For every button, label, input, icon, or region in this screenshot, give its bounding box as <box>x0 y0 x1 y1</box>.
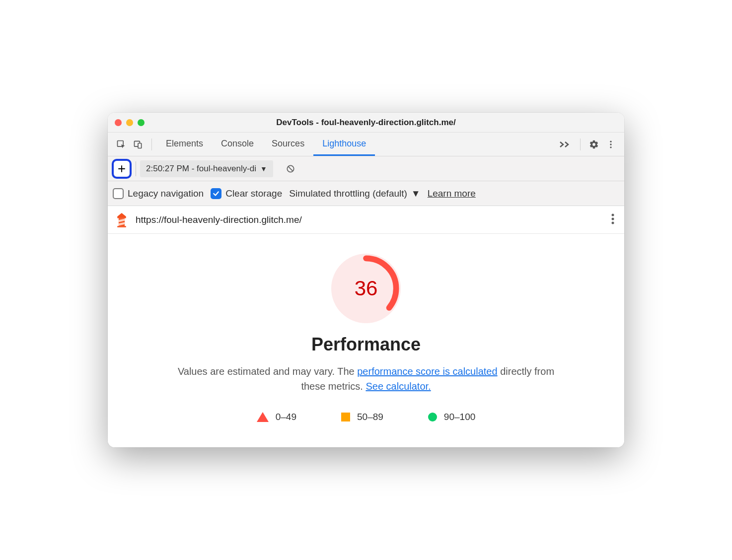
chevron-down-icon: ▼ <box>260 165 267 173</box>
tab-elements[interactable]: Elements <box>157 133 212 156</box>
report-selector[interactable]: 2:50:27 PM - foul-heavenly-di ▼ <box>140 160 273 177</box>
throttling-selector[interactable]: Simulated throttling (default) ▼ <box>289 188 420 199</box>
performance-gauge: 36 <box>331 254 401 323</box>
square-icon <box>341 413 350 421</box>
svg-rect-2 <box>138 143 142 148</box>
settings-icon[interactable] <box>586 136 602 153</box>
device-toggle-icon[interactable] <box>130 136 146 153</box>
toolbar-divider <box>151 139 152 150</box>
lighthouse-options: Legacy navigation Clear storage Simulate… <box>108 181 624 206</box>
legacy-navigation-label: Legacy navigation <box>128 188 204 199</box>
svg-point-11 <box>612 221 614 224</box>
clear-storage-label: Clear storage <box>225 188 282 199</box>
lighthouse-icon <box>115 212 129 228</box>
chevron-down-icon: ▼ <box>411 188 421 199</box>
clear-all-icon[interactable] <box>282 160 299 177</box>
legend-fail: 0–49 <box>257 412 296 422</box>
legend-pass: 90–100 <box>428 412 475 422</box>
throttling-label: Simulated throttling (default) <box>289 188 407 199</box>
svg-point-9 <box>612 213 614 216</box>
score-calculated-link[interactable]: performance score is calculated <box>357 366 497 377</box>
inspect-element-icon[interactable] <box>113 136 130 153</box>
svg-rect-8 <box>117 226 126 227</box>
maximize-window-button[interactable] <box>138 119 145 126</box>
report-url: https://foul-heavenly-direction.glitch.m… <box>136 214 608 225</box>
circle-icon <box>428 413 437 421</box>
divider <box>136 161 136 176</box>
svg-point-5 <box>610 146 611 148</box>
score-legend: 0–49 50–89 90–100 <box>118 412 614 422</box>
performance-title: Performance <box>118 334 614 355</box>
legacy-navigation-option[interactable]: Legacy navigation <box>113 188 204 199</box>
kebab-menu-icon[interactable] <box>602 136 619 153</box>
report-menu-icon[interactable] <box>608 210 617 229</box>
new-report-button[interactable] <box>112 159 132 179</box>
triangle-icon <box>257 412 269 422</box>
lighthouse-report: 36 Performance Values are estimated and … <box>108 234 624 447</box>
svg-point-3 <box>610 140 611 142</box>
svg-point-4 <box>610 143 611 145</box>
performance-score: 36 <box>331 254 401 323</box>
devtools-toolbar: Elements Console Sources Lighthouse <box>108 133 624 156</box>
toolbar-divider <box>580 139 581 150</box>
lighthouse-controls: 2:50:27 PM - foul-heavenly-di ▼ <box>108 156 624 181</box>
window-title: DevTools - foul-heavenly-direction.glitc… <box>108 118 624 128</box>
report-header: https://foul-heavenly-direction.glitch.m… <box>108 206 624 234</box>
performance-description: Values are estimated and may vary. The p… <box>172 364 560 394</box>
traffic-lights <box>115 119 145 126</box>
learn-more-link[interactable]: Learn more <box>428 188 476 199</box>
devtools-tabs: Elements Console Sources Lighthouse <box>157 133 554 156</box>
clear-storage-checkbox[interactable] <box>211 188 221 199</box>
report-selector-label: 2:50:27 PM - foul-heavenly-di <box>146 164 256 174</box>
tab-sources[interactable]: Sources <box>263 133 313 156</box>
legacy-navigation-checkbox[interactable] <box>113 188 124 199</box>
minimize-window-button[interactable] <box>126 119 133 126</box>
see-calculator-link[interactable]: See calculator. <box>366 381 431 392</box>
tab-console[interactable]: Console <box>212 133 263 156</box>
legend-average: 50–89 <box>341 412 383 422</box>
more-tabs-icon[interactable] <box>554 138 575 151</box>
titlebar: DevTools - foul-heavenly-direction.glitc… <box>108 113 624 133</box>
devtools-window: DevTools - foul-heavenly-direction.glitc… <box>108 113 624 447</box>
clear-storage-option[interactable]: Clear storage <box>211 188 282 199</box>
tab-lighthouse[interactable]: Lighthouse <box>313 133 375 156</box>
close-window-button[interactable] <box>115 119 122 126</box>
svg-point-10 <box>612 217 614 220</box>
